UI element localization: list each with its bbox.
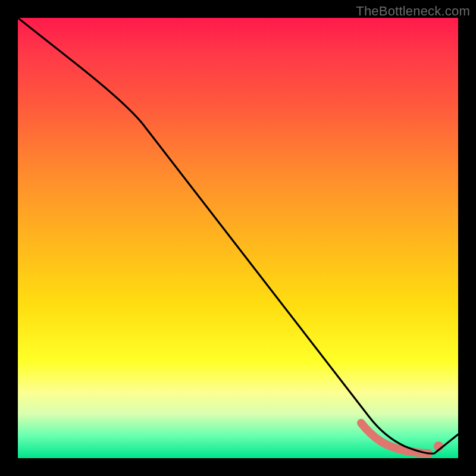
optimal-band	[361, 423, 443, 453]
optimal-band-path	[361, 423, 428, 453]
curve-path	[18, 18, 458, 453]
series-curve	[18, 18, 458, 453]
chart-stage: TheBottleneck.com	[0, 0, 476, 476]
attribution-label: TheBottleneck.com	[356, 4, 470, 19]
chart-overlay	[18, 18, 458, 458]
